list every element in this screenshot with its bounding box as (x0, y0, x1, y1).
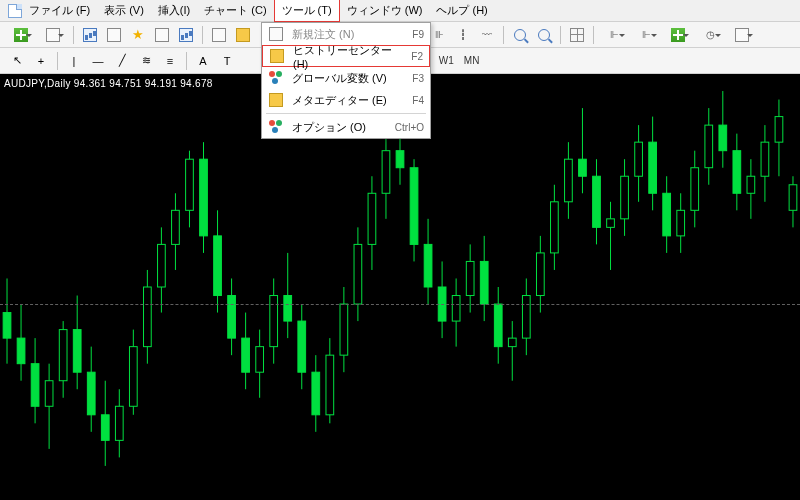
text-icon: A (199, 55, 206, 67)
svg-rect-113 (789, 185, 797, 211)
market-watch-button[interactable] (79, 24, 101, 46)
svg-rect-35 (242, 338, 250, 372)
zoom-in-button[interactable] (509, 24, 531, 46)
svg-rect-103 (719, 125, 727, 151)
menu-item-history-center[interactable]: ヒストリーセンター (H) F2 (262, 45, 430, 67)
svg-rect-59 (410, 168, 418, 245)
svg-rect-13 (87, 372, 95, 415)
periodicity-button[interactable]: ◷ (695, 24, 725, 46)
metaeditor-button[interactable] (232, 24, 254, 46)
separator (73, 26, 74, 44)
bar-chart-button[interactable]: ⊪ (428, 24, 450, 46)
plus-icon (14, 28, 28, 42)
svg-rect-27 (186, 159, 194, 210)
shift-button[interactable]: ⊩ (599, 24, 629, 46)
template-icon (735, 28, 749, 42)
svg-rect-71 (494, 304, 502, 347)
strategy-tester-button[interactable] (175, 24, 197, 46)
menu-item-global-vars[interactable]: グローバル変数 (V) F3 (262, 67, 430, 89)
svg-rect-21 (144, 287, 152, 347)
order-icon (212, 28, 226, 42)
svg-rect-41 (284, 296, 292, 322)
fibo-button[interactable]: ≡ (159, 50, 181, 72)
svg-rect-33 (228, 296, 236, 339)
clock-icon: ◷ (706, 30, 715, 40)
tile-windows-button[interactable] (566, 24, 588, 46)
bar-icon: ⊪ (435, 30, 444, 40)
menu-view[interactable]: 表示 (V) (97, 0, 151, 21)
label-button[interactable]: T (216, 50, 238, 72)
navigator-button[interactable]: ★ (127, 24, 149, 46)
menu-chart[interactable]: チャート (C) (197, 0, 273, 21)
vline-button[interactable]: | (63, 50, 85, 72)
trend-icon: ╱ (119, 54, 126, 67)
menu-help[interactable]: ヘルプ (H) (429, 0, 494, 21)
svg-rect-17 (115, 406, 123, 440)
svg-rect-99 (691, 168, 699, 211)
svg-rect-89 (621, 176, 629, 219)
terminal-button[interactable] (151, 24, 173, 46)
profile-icon (46, 28, 60, 42)
new-chart-button[interactable] (6, 24, 36, 46)
app-icon (8, 4, 22, 18)
svg-rect-93 (649, 142, 657, 193)
cursor-button[interactable]: ↖ (6, 50, 28, 72)
menu-item-metaeditor[interactable]: メタエディター (E) F4 (262, 89, 430, 111)
svg-rect-11 (73, 330, 81, 373)
history-icon (269, 48, 285, 64)
profiles-button[interactable] (38, 24, 68, 46)
tester-icon (179, 28, 193, 42)
timeframe-w1[interactable]: W1 (435, 53, 458, 68)
trendline-button[interactable]: ╱ (111, 50, 133, 72)
candle-chart-button[interactable]: ┇ (452, 24, 474, 46)
svg-rect-51 (354, 244, 362, 304)
svg-rect-47 (326, 355, 334, 415)
line-chart-button[interactable]: 〰 (476, 24, 498, 46)
vline-icon: | (73, 55, 76, 67)
star-icon: ★ (131, 28, 145, 42)
data-window-button[interactable] (103, 24, 125, 46)
separator (560, 26, 561, 44)
autoscroll-button[interactable]: ⊩ (631, 24, 661, 46)
svg-rect-25 (172, 210, 180, 244)
cursor-icon: ↖ (13, 54, 22, 67)
candle-icon: ┇ (460, 30, 466, 40)
separator (202, 26, 203, 44)
text-button[interactable]: A (192, 50, 214, 72)
svg-rect-109 (761, 142, 769, 176)
separator (593, 26, 594, 44)
shift-icon: ⊩ (610, 30, 619, 40)
svg-rect-111 (775, 117, 783, 143)
crosshair-icon: + (38, 55, 44, 67)
globals-icon (268, 70, 284, 86)
menu-window[interactable]: ウィンドウ (W) (340, 0, 430, 21)
zoom-in-icon (514, 29, 526, 41)
chart-symbol-label: AUDJPY,Daily 94.361 94.751 94.191 94.678 (4, 78, 213, 89)
menu-tools[interactable]: ツール (T) (274, 0, 340, 22)
svg-rect-31 (214, 236, 222, 296)
scroll-icon: ⊩ (642, 30, 651, 40)
svg-rect-19 (129, 347, 137, 407)
hline-button[interactable]: — (87, 50, 109, 72)
order-icon (268, 26, 284, 42)
crosshair-button[interactable]: + (30, 50, 52, 72)
menu-insert[interactable]: 挿入(I) (151, 0, 197, 21)
channel-button[interactable]: ≋ (135, 50, 157, 72)
editor-icon (268, 92, 284, 108)
templates-button[interactable] (727, 24, 757, 46)
timeframe-mn[interactable]: MN (460, 53, 484, 68)
label-icon: T (224, 55, 231, 67)
zoom-out-button[interactable] (533, 24, 555, 46)
menu-item-options[interactable]: オプション (O) Ctrl+O (262, 116, 430, 138)
svg-rect-49 (340, 304, 348, 355)
menu-file[interactable]: ファイル (F) (22, 0, 97, 21)
tools-dropdown: 新規注文 (N) F9 ヒストリーセンター (H) F2 グローバル変数 (V)… (261, 22, 431, 139)
channel-icon: ≋ (142, 54, 151, 67)
indicators-button[interactable] (663, 24, 693, 46)
svg-rect-7 (45, 381, 53, 407)
svg-rect-23 (158, 244, 166, 287)
chart-hline (0, 304, 800, 305)
new-order-toolbar[interactable] (208, 24, 230, 46)
svg-rect-67 (466, 261, 474, 295)
svg-rect-107 (747, 176, 755, 193)
